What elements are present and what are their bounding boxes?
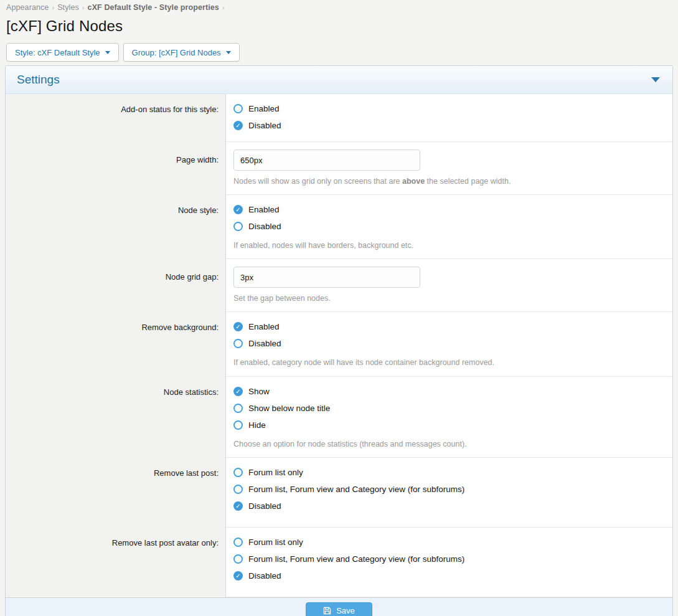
form-row-addon-status: Add-on status for this style: Enabled Di… bbox=[6, 94, 672, 142]
radio-option-label: Disabled bbox=[248, 571, 281, 580]
save-button[interactable]: Save bbox=[306, 602, 372, 616]
page-width-input[interactable] bbox=[233, 149, 420, 171]
radio-option-enabled[interactable]: Enabled bbox=[233, 100, 662, 117]
radio-option-enabled[interactable]: Enabled bbox=[233, 318, 662, 335]
radio-option-label: Disabled bbox=[248, 501, 281, 511]
chevron-down-icon[interactable] bbox=[651, 77, 660, 82]
radio-icon[interactable] bbox=[233, 538, 243, 547]
radio-checked-icon[interactable] bbox=[233, 322, 243, 331]
save-button-label: Save bbox=[336, 606, 355, 615]
row-label: Add-on status for this style: bbox=[6, 94, 226, 142]
radio-option-label: Forum list only bbox=[248, 538, 303, 547]
row-content: Enabled Disabled If enabled, nodes will … bbox=[226, 195, 672, 259]
radio-option-show-below-title[interactable]: Show below node title bbox=[233, 400, 662, 417]
breadcrumb-item-style-properties[interactable]: cXF Default Style - Style properties bbox=[88, 3, 219, 12]
form-row-node-style: Node style: Enabled Disabled If enabled,… bbox=[6, 195, 672, 259]
breadcrumb-separator: › bbox=[82, 4, 85, 11]
radio-option-hide[interactable]: Hide bbox=[233, 417, 662, 434]
field-description: If enabled, nodes will have borders, bac… bbox=[233, 240, 662, 251]
settings-panel: Settings Add-on status for this style: E… bbox=[5, 65, 673, 616]
radio-icon[interactable] bbox=[233, 468, 243, 477]
save-icon bbox=[323, 607, 331, 615]
radio-option-label: Show below node title bbox=[248, 404, 330, 413]
radio-option-forum-list-only[interactable]: Forum list only bbox=[233, 464, 662, 481]
field-description: Set the gap between nodes. bbox=[233, 293, 662, 304]
radio-option-label: Enabled bbox=[248, 322, 280, 331]
radio-option-forum-list-view-category[interactable]: Forum list, Forum view and Category view… bbox=[233, 551, 662, 567]
form-row-page-width: Page width: Nodes will show as grid only… bbox=[6, 142, 672, 195]
radio-option-disabled[interactable]: Disabled bbox=[233, 567, 662, 584]
settings-panel-header[interactable]: Settings bbox=[6, 66, 672, 94]
group-select-label: Group: [cXF] Grid Nodes bbox=[132, 48, 221, 57]
field-description: Choose an option for node statistics (th… bbox=[233, 438, 662, 450]
radio-option-forum-list-only[interactable]: Forum list only bbox=[233, 534, 662, 551]
radio-icon[interactable] bbox=[233, 104, 243, 113]
row-content: Forum list only Forum list, Forum view a… bbox=[226, 458, 672, 528]
row-content: Nodes will show as grid only on screens … bbox=[226, 142, 672, 195]
page-header: Appearance›Styles›cXF Default Style - St… bbox=[0, 0, 678, 62]
radio-option-label: Forum list, Forum view and Category view… bbox=[248, 554, 464, 564]
row-label: Remove background: bbox=[6, 312, 226, 376]
radio-option-label: Enabled bbox=[248, 104, 280, 113]
radio-option-label: Hide bbox=[248, 420, 266, 430]
radio-icon[interactable] bbox=[233, 222, 243, 231]
radio-option-label: Disabled bbox=[248, 121, 281, 130]
form-row-remove-last-post-avatar: Remove last post avatar only: Forum list… bbox=[6, 528, 672, 597]
chevron-down-icon bbox=[226, 51, 231, 54]
radio-option-forum-list-view-category[interactable]: Forum list, Forum view and Category view… bbox=[233, 481, 662, 498]
radio-option-disabled[interactable]: Disabled bbox=[233, 218, 662, 235]
panel-footer: Save bbox=[6, 597, 672, 616]
radio-checked-icon[interactable] bbox=[233, 121, 243, 130]
style-select-label: Style: cXF Default Style bbox=[15, 48, 100, 57]
radio-checked-icon[interactable] bbox=[233, 205, 243, 214]
breadcrumb-separator: › bbox=[52, 4, 54, 11]
radio-option-label: Forum list, Forum view and Category view… bbox=[248, 485, 464, 494]
breadcrumb-item-appearance[interactable]: Appearance bbox=[6, 3, 49, 12]
row-label: Node grid gap: bbox=[6, 259, 226, 312]
radio-option-show[interactable]: Show bbox=[233, 383, 662, 400]
radio-option-disabled[interactable]: Disabled bbox=[233, 117, 662, 134]
radio-icon[interactable] bbox=[233, 339, 243, 348]
radio-option-label: Enabled bbox=[248, 205, 280, 214]
row-content: Enabled Disabled If enabled, category no… bbox=[226, 312, 672, 376]
breadcrumb: Appearance›Styles›cXF Default Style - St… bbox=[6, 3, 672, 12]
row-content: Show Show below node title Hide Choose a… bbox=[226, 377, 672, 458]
row-label: Page width: bbox=[6, 142, 226, 195]
form-row-remove-background: Remove background: Enabled Disabled If e… bbox=[6, 312, 672, 376]
radio-icon[interactable] bbox=[233, 404, 243, 413]
field-description: Nodes will show as grid only on screens … bbox=[233, 176, 662, 187]
style-select-button[interactable]: Style: cXF Default Style bbox=[6, 43, 119, 62]
row-content: Set the gap between nodes. bbox=[226, 259, 672, 312]
node-grid-gap-input[interactable] bbox=[233, 267, 420, 288]
breadcrumb-separator: › bbox=[222, 4, 225, 11]
radio-icon[interactable] bbox=[233, 420, 243, 430]
breadcrumb-item-styles[interactable]: Styles bbox=[57, 3, 79, 12]
radio-checked-icon[interactable] bbox=[233, 501, 243, 511]
row-label: Node style: bbox=[6, 195, 226, 259]
group-select-button[interactable]: Group: [cXF] Grid Nodes bbox=[123, 43, 240, 62]
page-title: [cXF] Grid Nodes bbox=[6, 17, 672, 35]
row-label: Node statistics: bbox=[6, 377, 226, 458]
settings-panel-title: Settings bbox=[17, 73, 60, 87]
radio-option-label: Show bbox=[248, 387, 270, 396]
radio-checked-icon[interactable] bbox=[233, 387, 243, 396]
form-row-node-grid-gap: Node grid gap: Set the gap between nodes… bbox=[6, 259, 672, 312]
radio-icon[interactable] bbox=[233, 554, 243, 564]
row-content: Enabled Disabled bbox=[226, 94, 672, 142]
radio-option-disabled[interactable]: Disabled bbox=[233, 498, 662, 514]
form-row-node-statistics: Node statistics: Show Show below node ti… bbox=[6, 377, 672, 458]
radio-option-label: Forum list only bbox=[248, 468, 303, 477]
radio-option-label: Disabled bbox=[248, 339, 281, 348]
radio-option-label: Disabled bbox=[248, 222, 281, 231]
row-label: Remove last post: bbox=[6, 458, 226, 528]
form-row-remove-last-post: Remove last post: Forum list only Forum … bbox=[6, 458, 672, 528]
field-description: If enabled, category node will have its … bbox=[233, 357, 662, 368]
row-content: Forum list only Forum list, Forum view a… bbox=[226, 528, 672, 597]
chevron-down-icon bbox=[105, 51, 110, 54]
radio-option-disabled[interactable]: Disabled bbox=[233, 335, 662, 352]
radio-icon[interactable] bbox=[233, 485, 243, 494]
filter-button-row: Style: cXF Default Style Group: [cXF] Gr… bbox=[6, 43, 672, 62]
radio-checked-icon[interactable] bbox=[233, 571, 243, 580]
row-label: Remove last post avatar only: bbox=[6, 528, 226, 597]
radio-option-enabled[interactable]: Enabled bbox=[233, 201, 662, 218]
